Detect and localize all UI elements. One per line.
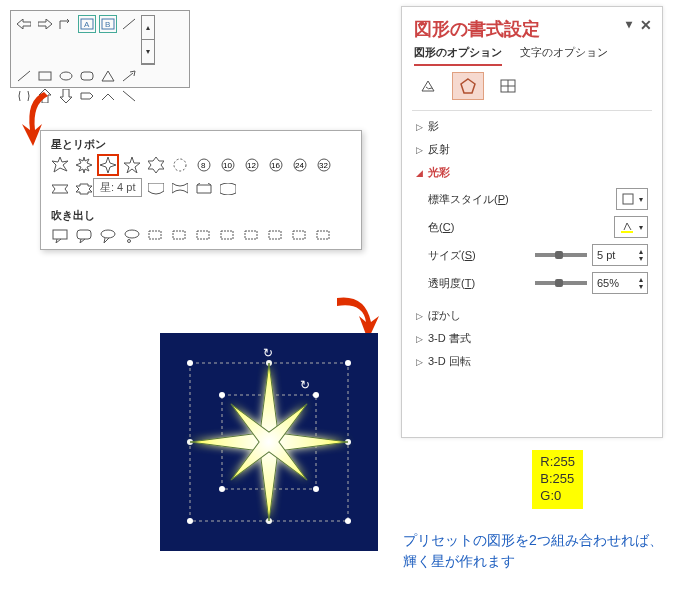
size-view-icon[interactable]	[492, 72, 524, 100]
shape-elbow-icon[interactable]	[57, 15, 75, 33]
section-blur[interactable]: ▷ぼかし	[402, 304, 662, 327]
svg-text:B: B	[105, 20, 110, 29]
glow-transparency-slider[interactable]	[535, 281, 587, 285]
callout12-icon[interactable]	[315, 227, 333, 245]
svg-text:24: 24	[295, 161, 304, 170]
svg-point-52	[345, 518, 351, 524]
star-10-icon[interactable]: 10	[219, 156, 237, 174]
star-burst8-icon[interactable]	[51, 156, 69, 174]
ribbon8-icon[interactable]	[219, 180, 237, 198]
svg-rect-38	[317, 231, 329, 239]
caption-text: プリセットの図形を2つ組み合わせれば、輝く星が作れます	[403, 530, 663, 572]
glow-size-input[interactable]: 5 pt▴▾	[592, 244, 648, 266]
shape-textbox-b-icon[interactable]: B	[99, 15, 117, 33]
shape-arrowline-icon[interactable]	[120, 67, 138, 85]
ribbon2-icon[interactable]	[75, 180, 93, 198]
glow-size-label: サイズ(S)	[428, 248, 530, 263]
star-5pt-icon[interactable]	[123, 156, 141, 174]
glow-color-dropdown[interactable]: ▾	[614, 216, 648, 238]
callout5-icon[interactable]	[147, 227, 165, 245]
effects-view-icon[interactable]	[452, 72, 484, 100]
svg-point-57	[313, 486, 319, 492]
ribbon6-icon[interactable]	[171, 180, 189, 198]
svg-line-5	[18, 71, 30, 81]
callout4-icon[interactable]	[123, 227, 141, 245]
callout6-icon[interactable]	[171, 227, 189, 245]
callout1-icon[interactable]	[51, 227, 69, 245]
svg-point-45	[187, 360, 193, 366]
star-tooltip: 星: 4 pt	[93, 178, 142, 197]
shape-palette[interactable]: A B ▴▾	[10, 10, 190, 88]
svg-rect-6	[39, 72, 51, 80]
shape-oval-icon[interactable]	[57, 67, 75, 85]
shape-rect-icon[interactable]	[36, 67, 54, 85]
svg-point-54	[219, 392, 225, 398]
star-7pt-icon[interactable]	[171, 156, 189, 174]
ribbon7-icon[interactable]	[195, 180, 213, 198]
shape-line-icon[interactable]	[120, 15, 138, 33]
star-6pt-icon[interactable]	[147, 156, 165, 174]
star-32-icon[interactable]: 32	[315, 156, 333, 174]
svg-point-55	[313, 392, 319, 398]
shape-connector-icon[interactable]	[99, 87, 117, 105]
star-8-icon[interactable]: 8	[195, 156, 213, 174]
shape-textbox-a-icon[interactable]: A	[78, 15, 96, 33]
star-24-icon[interactable]: 24	[291, 156, 309, 174]
palette-more-dropdown[interactable]: ▴▾	[141, 15, 155, 65]
glow-preset-dropdown[interactable]: ▾	[616, 188, 648, 210]
section-reflection[interactable]: ▷反射	[402, 138, 662, 161]
star-12-icon[interactable]: 12	[243, 156, 261, 174]
shape-line2-icon[interactable]	[15, 67, 33, 85]
ribbon1-icon[interactable]	[51, 180, 69, 198]
pane-pin-icon[interactable]: ▾	[626, 17, 632, 31]
section-3d-format[interactable]: ▷3-D 書式	[402, 327, 662, 350]
star-4pt-icon[interactable]: 星: 4 pt	[99, 156, 117, 174]
shape-line3-icon[interactable]	[120, 87, 138, 105]
svg-line-4	[123, 19, 135, 29]
svg-rect-37	[293, 231, 305, 239]
callout8-icon[interactable]	[219, 227, 237, 245]
svg-text:8: 8	[201, 161, 206, 170]
svg-point-47	[345, 360, 351, 366]
svg-point-29	[125, 230, 139, 238]
glow-preset-label: 標準スタイル(P)	[428, 192, 616, 207]
tab-shape-options[interactable]: 図形のオプション	[414, 45, 502, 66]
callout10-icon[interactable]	[267, 227, 285, 245]
section-shadow[interactable]: ▷影	[402, 115, 662, 138]
svg-point-11	[174, 159, 186, 171]
section-glow[interactable]: ◢光彩	[402, 161, 662, 184]
svg-rect-8	[81, 72, 93, 80]
svg-point-7	[60, 72, 72, 80]
section-3d-rotation[interactable]: ▷3-D 回転	[402, 350, 662, 373]
callout2-icon[interactable]	[75, 227, 93, 245]
svg-rect-36	[269, 231, 281, 239]
color-rgb-note: R:255B:255G:0	[532, 450, 583, 509]
callout3-icon[interactable]	[99, 227, 117, 245]
svg-text:16: 16	[271, 161, 280, 170]
svg-text:12: 12	[247, 161, 256, 170]
svg-text:A: A	[84, 20, 90, 29]
callout9-icon[interactable]	[243, 227, 261, 245]
glow-size-slider[interactable]	[535, 253, 587, 257]
shape-left-arrow-icon[interactable]	[15, 15, 33, 33]
callout7-icon[interactable]	[195, 227, 213, 245]
tab-text-options[interactable]: 文字のオプション	[520, 45, 608, 66]
glow-transparency-label: 透明度(T)	[428, 276, 530, 291]
shape-arrow-icon[interactable]	[36, 15, 54, 33]
svg-rect-35	[245, 231, 257, 239]
star-burst12-icon[interactable]	[75, 156, 93, 174]
callout11-icon[interactable]	[291, 227, 309, 245]
svg-text:↻: ↻	[300, 378, 310, 392]
star-16-icon[interactable]: 16	[267, 156, 285, 174]
shape-triangle-icon[interactable]	[99, 67, 117, 85]
svg-point-28	[101, 230, 115, 238]
format-shape-pane: 図形の書式設定 ▾ ✕ 図形のオプション 文字のオプション ▷影 ▷反射 ◢光彩…	[401, 6, 663, 438]
fill-line-view-icon[interactable]	[412, 72, 444, 100]
glow-transparency-input[interactable]: 65%▴▾	[592, 272, 648, 294]
svg-point-50	[187, 518, 193, 524]
pane-close-icon[interactable]: ✕	[640, 17, 652, 33]
svg-text:32: 32	[319, 161, 328, 170]
ribbon5-icon[interactable]	[147, 180, 165, 198]
shape-flowchart-icon[interactable]	[78, 87, 96, 105]
shape-roundrect-icon[interactable]	[78, 67, 96, 85]
